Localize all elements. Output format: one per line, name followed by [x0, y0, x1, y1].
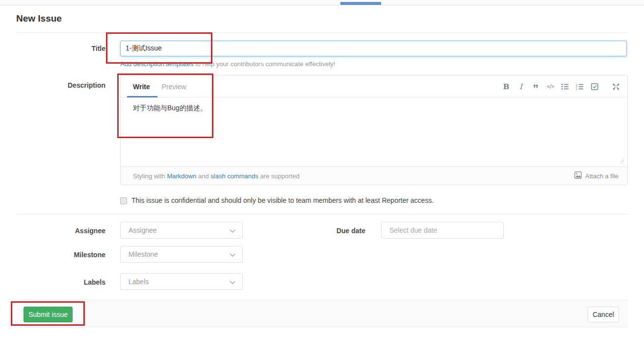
tab-write[interactable]: Write: [127, 75, 156, 97]
milestone-label: Milestone: [0, 251, 105, 259]
form-actions-bar: Submit issue Cancel: [16, 300, 628, 327]
assignee-placeholder: Assignee: [129, 226, 230, 234]
code-icon[interactable]: </>: [545, 75, 556, 97]
labels-label: Labels: [0, 278, 105, 286]
italic-icon[interactable]: I: [515, 75, 526, 97]
assignee-select[interactable]: Assignee: [120, 222, 243, 239]
description-text: 对于功能与Bug的描述。: [133, 104, 207, 112]
description-editor: Write Preview B I ” </> 12: [120, 75, 628, 185]
numbered-list-icon[interactable]: 123: [574, 75, 585, 97]
divider: [16, 214, 628, 215]
milestone-select[interactable]: Milestone: [120, 246, 243, 263]
slash-commands-link[interactable]: slash commands: [210, 172, 258, 180]
editor-footer: Styling with Markdown and slash commands…: [121, 167, 627, 185]
chevron-down-icon: [230, 226, 235, 235]
description-templates-link[interactable]: Add description templates: [120, 60, 194, 68]
chevron-down-icon: [230, 250, 235, 259]
title-input[interactable]: [120, 41, 627, 56]
bullet-list-icon[interactable]: [560, 75, 570, 97]
chevron-down-icon: [230, 277, 235, 286]
markdown-link[interactable]: Markdown: [167, 172, 196, 180]
labels-placeholder: Labels: [129, 278, 230, 286]
title-helper-text: Add description templates to help your c…: [120, 60, 335, 68]
confidential-row: This issue is confidential and should on…: [120, 196, 434, 204]
fullscreen-icon[interactable]: [611, 75, 621, 97]
editor-header: Write Preview B I ” </> 12: [121, 75, 627, 97]
title-label: Title: [0, 45, 105, 52]
attach-file-button[interactable]: Attach a file: [574, 171, 618, 180]
editor-tabs: Write Preview: [127, 75, 192, 97]
browser-topbar: [0, 0, 644, 5]
due-date-label: Due date: [260, 227, 365, 235]
submit-issue-button[interactable]: Submit issue: [24, 307, 73, 322]
confidential-label: This issue is confidential and should on…: [131, 196, 434, 204]
new-issue-page: New Issue Title Add description template…: [0, 0, 644, 339]
description-textarea[interactable]: 对于功能与Bug的描述。: [121, 97, 627, 167]
confidential-checkbox[interactable]: [120, 197, 127, 204]
divider: [16, 32, 628, 33]
labels-select[interactable]: Labels: [120, 273, 243, 290]
bold-icon[interactable]: B: [501, 75, 512, 97]
svg-text:3: 3: [576, 88, 577, 90]
quote-icon[interactable]: ”: [530, 73, 541, 100]
attach-file-label: Attach a file: [585, 172, 618, 180]
cancel-button[interactable]: Cancel: [588, 307, 619, 322]
task-list-icon[interactable]: [589, 75, 600, 97]
attach-image-icon: [574, 171, 582, 180]
assignee-label: Assignee: [0, 227, 105, 235]
active-tab-indicator: [340, 2, 381, 5]
tab-preview[interactable]: Preview: [156, 75, 192, 97]
markdown-toolbar: B I ” </> 123: [501, 75, 621, 97]
page-title: New Issue: [16, 13, 62, 24]
markdown-note: Styling with Markdown and slash commands…: [133, 172, 300, 180]
due-date-input[interactable]: [381, 222, 504, 239]
description-label: Description: [0, 81, 105, 89]
milestone-placeholder: Milestone: [129, 250, 230, 258]
resize-handle[interactable]: [619, 157, 624, 165]
